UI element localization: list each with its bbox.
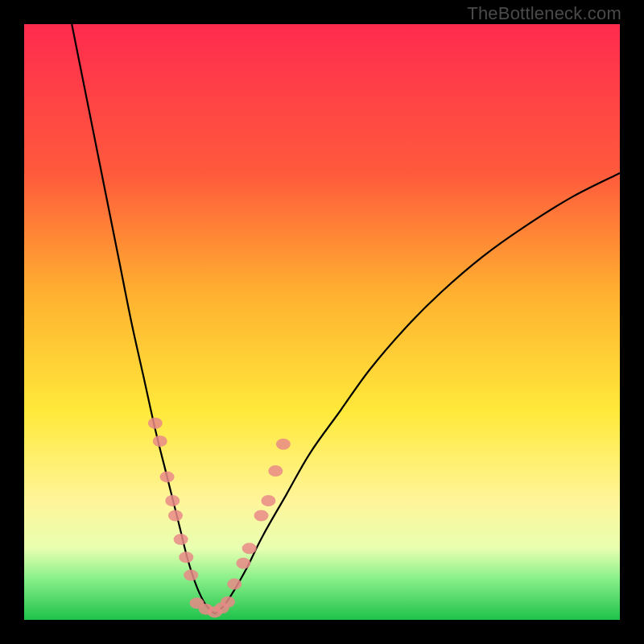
bead-icon [184,569,198,580]
bead-icon [268,465,283,477]
bead-icon [276,439,291,450]
bead-icon [148,418,163,429]
bead-icon [179,551,193,563]
bead-icon [168,510,183,521]
bead-group [148,418,291,618]
curve-right [215,173,620,614]
chart-frame: TheBottleneck.com [0,0,644,644]
bead-icon [165,495,180,506]
bead-icon [254,510,269,521]
bead-icon [174,534,188,545]
bead-icon [153,436,167,447]
watermark-label: TheBottleneck.com [467,3,621,24]
bead-icon [242,543,257,554]
bead-icon [160,471,175,482]
bead-icon [261,495,275,506]
bead-icon [227,579,242,590]
bead-icon [236,558,250,569]
curve-left [72,24,215,614]
curve-svg [24,24,620,620]
plot-area [24,24,620,620]
bead-icon [221,597,235,608]
